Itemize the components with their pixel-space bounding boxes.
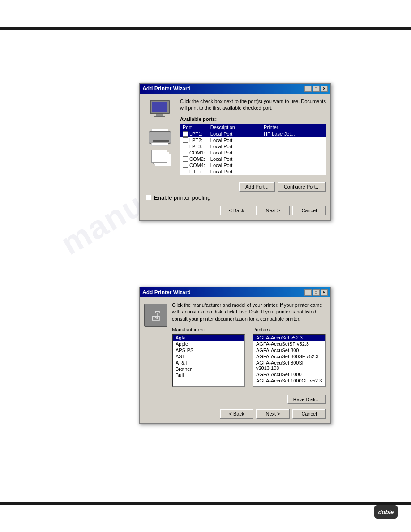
dialog2-icon-area: 🖨: [144, 302, 167, 387]
dialog2-footer: Have Disk... < Back Next > Cancel: [140, 392, 330, 423]
port-row[interactable]: LPT1:Local PortHP LaserJet...: [180, 131, 326, 137]
dialog1-titlebar: Add Printer Wizard _ □ ✕: [140, 84, 330, 94]
port-name: COM2:: [189, 156, 205, 162]
port-name: COM1:: [189, 150, 205, 155]
dialog1-title: Add Printer Wizard: [142, 86, 191, 92]
port-row[interactable]: LPT2:Local Port: [180, 137, 326, 143]
port-row[interactable]: COM4:Local Port: [180, 162, 326, 168]
port-checkbox[interactable]: [183, 137, 188, 143]
dialog2-minimize-btn[interactable]: _: [304, 289, 312, 296]
dialog1-minimize-btn[interactable]: _: [304, 86, 312, 92]
enable-pooling-checkbox[interactable]: [146, 195, 151, 200]
dialog2-next-button[interactable]: Next >: [256, 409, 290, 419]
dialog1-cancel-button[interactable]: Cancel: [292, 206, 326, 215]
printer-item[interactable]: AGFA-AccuSet 1000GE v52.3: [253, 378, 325, 384]
dialog2-maximize-btn[interactable]: □: [313, 289, 320, 296]
manufacturer-item[interactable]: Agfa: [173, 335, 244, 341]
port-name: LPT3:: [189, 144, 202, 149]
dialog1-maximize-btn[interactable]: □: [313, 86, 320, 92]
dialog1-footer: Add Port... Configure Port... Enable pri…: [140, 179, 330, 220]
port-checkbox[interactable]: [183, 169, 188, 174]
dialog2-title: Add Printer Wizard: [142, 289, 191, 296]
manufacturer-item[interactable]: Apple: [173, 341, 244, 347]
dialog2-back-button[interactable]: < Back: [220, 409, 253, 419]
dialog1-icon-area: [144, 98, 176, 175]
dialog2-close-btn[interactable]: ✕: [321, 289, 328, 296]
desc-col-header: Description: [208, 124, 261, 131]
printer-col-header: Printer: [261, 124, 326, 131]
dialog2-description: Click the manufacturer and model of your…: [172, 302, 326, 322]
port-description: Local Port: [208, 162, 261, 168]
port-printer: [261, 150, 326, 156]
dialog1: Add Printer Wizard _ □ ✕: [139, 83, 331, 221]
dialog2-cancel-button[interactable]: Cancel: [292, 409, 326, 419]
printer-item[interactable]: AGFA-AccuSetSF v52.3: [253, 341, 325, 347]
dialog1-back-button[interactable]: < Back: [220, 206, 253, 215]
printer-item[interactable]: AGFA-AccuSet v52.3: [253, 335, 325, 341]
port-description: Local Port: [208, 168, 261, 175]
dialog2-content: Click the manufacturer and model of your…: [172, 302, 326, 387]
port-row[interactable]: COM1:Local Port: [180, 150, 326, 156]
port-description: Local Port: [208, 137, 261, 143]
available-ports-label: Available ports:: [180, 116, 326, 122]
printer-item[interactable]: AGFA-AccuSet 800SF v52.3: [253, 353, 325, 360]
doble-logo: doble: [374, 505, 398, 519]
port-col-header: Port: [180, 124, 208, 131]
dialog1-content: Click the check box next to the port(s) …: [180, 98, 326, 175]
dialog1-close-btn[interactable]: ✕: [321, 86, 328, 92]
have-disk-row: Have Disk...: [144, 395, 326, 404]
printer-item[interactable]: AGFA-AccuSet 800SF v2013.108: [253, 360, 325, 371]
dialog1-next-button[interactable]: Next >: [256, 206, 290, 215]
printer-item[interactable]: AGFA-AccuSet 800: [253, 347, 325, 353]
port-checkbox[interactable]: [183, 144, 188, 149]
port-printer: [261, 156, 326, 162]
manufacturer-item[interactable]: AT&T: [173, 360, 244, 366]
port-printer: [261, 168, 326, 175]
port-name: LPT1:: [189, 131, 202, 137]
port-checkbox[interactable]: [183, 131, 188, 137]
port-name: FILE:: [189, 169, 201, 174]
dialog1-titlebar-buttons: _ □ ✕: [304, 86, 328, 92]
port-checkbox[interactable]: [183, 150, 188, 155]
dialog1-body: Click the check box next to the port(s) …: [140, 94, 330, 179]
manufacturer-item[interactable]: AST: [173, 353, 244, 360]
port-description: Local Port: [208, 131, 261, 137]
enable-pooling-label: Enable printer pooling: [154, 194, 210, 201]
printer-item[interactable]: AGFA-AccuSet 1000: [253, 371, 325, 378]
manufacturer-item[interactable]: Brother: [173, 366, 244, 372]
dialog2-titlebar: Add Printer Wizard _ □ ✕: [140, 287, 330, 297]
add-configure-row: Add Port... Configure Port...: [144, 182, 326, 192]
top-bar: [0, 27, 411, 30]
manufacturer-item[interactable]: Bull: [173, 372, 244, 378]
port-checkbox[interactable]: [183, 163, 188, 168]
dialog2-titlebar-buttons: _ □ ✕: [304, 289, 328, 296]
printer-icon: [148, 128, 172, 146]
port-printer: [261, 162, 326, 168]
configure-port-button[interactable]: Configure Port...: [278, 182, 326, 192]
dialog1-nav-buttons: < Back Next > Cancel: [144, 204, 326, 215]
manufacturer-item[interactable]: APS-PS: [173, 347, 244, 353]
port-row[interactable]: LPT3:Local Port: [180, 143, 326, 150]
computer-icon: [146, 100, 173, 122]
port-row[interactable]: FILE:Local Port: [180, 168, 326, 175]
enable-pooling-row: Enable printer pooling: [144, 194, 326, 201]
bottom-bar: [0, 502, 411, 505]
port-printer: [261, 137, 326, 143]
have-disk-button[interactable]: Have Disk...: [287, 395, 326, 404]
port-description: Local Port: [208, 156, 261, 162]
dialog2-body: 🖨 Click the manufacturer and model of yo…: [140, 297, 330, 392]
printers-listbox[interactable]: AGFA-AccuSet v52.3AGFA-AccuSetSF v52.3AG…: [253, 334, 326, 387]
port-name: COM4:: [189, 163, 205, 168]
dialog2-columns: Manufacturers: AgfaAppleAPS-PSASTAT&TBro…: [172, 327, 326, 387]
manufacturers-column: Manufacturers: AgfaAppleAPS-PSASTAT&TBro…: [172, 327, 245, 387]
port-description: Local Port: [208, 150, 261, 156]
add-port-button[interactable]: Add Port...: [239, 182, 275, 192]
printers-label: Printers:: [253, 327, 326, 332]
port-checkbox[interactable]: [183, 156, 188, 162]
manufacturers-listbox[interactable]: AgfaAppleAPS-PSASTAT&TBrotherBull: [172, 334, 245, 387]
dialog1-description: Click the check box next to the port(s) …: [180, 98, 326, 112]
ports-table: Port Description Printer LPT1:Local Port…: [180, 124, 326, 175]
port-printer: HP LaserJet...: [261, 131, 326, 137]
port-row[interactable]: COM2:Local Port: [180, 156, 326, 162]
manufacturers-label: Manufacturers:: [172, 327, 245, 332]
